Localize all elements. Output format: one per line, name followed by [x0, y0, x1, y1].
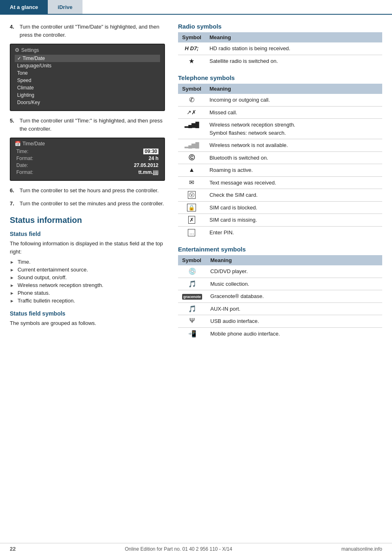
gear-icon: ⚙	[15, 47, 20, 53]
tab-at-a-glance[interactable]: At a glance	[0, 0, 48, 14]
step-7-text: Turn the controller to set the minutes a…	[20, 200, 164, 208]
ent-meaning-mobile: Mobile phone audio interface.	[206, 327, 382, 340]
tel-sym-pin: …	[178, 226, 205, 238]
menu-item-lighting: Lighting	[15, 91, 160, 99]
tel-row-missed: ↗✗ Missed call.	[178, 106, 382, 119]
screen-1-header: ⚙ Settings	[15, 47, 160, 53]
status-information-heading: Status information	[10, 216, 165, 225]
status-symbols-desc: The symbols are grouped as follows.	[10, 319, 165, 327]
footer-text: Online Edition for Part no. 01 40 2 956 …	[125, 546, 232, 552]
bullet-sound: ►Sound output, on/off.	[10, 274, 165, 281]
entertainment-symbols-title: Entertainment symbols	[178, 246, 382, 253]
screen-1-title: Settings	[21, 47, 39, 53]
bullet-arrow-2: ►	[10, 267, 14, 272]
radio-sym-satellite: ★	[178, 55, 205, 67]
ent-sym-cd: 💿	[178, 265, 206, 278]
bullet-entertainment: ►Current entertainment source.	[10, 266, 165, 274]
radio-sym-hd: H D7;	[178, 42, 205, 55]
menu-item-doors: Doors/Key	[15, 99, 160, 106]
radio-table-header: Symbol Meaning	[178, 32, 382, 42]
tel-row-bluetooth: Ⓒ Bluetooth is switched on.	[178, 151, 382, 164]
tel-row-nosignal: ▂▄▆█ Wireless network is not available.	[178, 139, 382, 152]
tel-sym-sms: ✉	[178, 176, 205, 189]
ent-meaning-aux: AUX-IN port.	[206, 302, 382, 315]
td-row-time: Time: 09:30	[15, 148, 160, 155]
tab-idrive[interactable]: iDrive	[48, 0, 82, 14]
entertainment-symbols-table: Symbol Meaning 💿 CD/DVD player. 🎵 Music …	[178, 255, 382, 340]
status-field-desc: The following information is displayed i…	[10, 240, 165, 256]
screen-2-header: 📅 Time/Date	[15, 141, 160, 147]
ent-sym-mobile: 📲	[178, 327, 206, 340]
bullet-traffic: ►Traffic bulletin reception.	[10, 297, 165, 305]
radio-row-satellite: ★ Satellite radio is switched on.	[178, 55, 382, 67]
screen-1-wrapper: ⚙ Settings Time/Date Language/Units Tone…	[10, 44, 165, 111]
step-4: 4. Turn the controller until "Time/Date"…	[10, 23, 165, 39]
ent-meaning-cd: CD/DVD player.	[206, 265, 382, 278]
step-4-text: Turn the controller until "Time/Date" is…	[20, 23, 165, 39]
screen-2: 📅 Time/Date Time: 09:30 Format: 24 h Dat…	[10, 138, 165, 181]
tel-sym-roaming: ▲	[178, 164, 205, 177]
menu-item-climate: Climate	[15, 84, 160, 91]
tel-meaning-call: Incoming or outgoing call.	[205, 94, 382, 106]
main-content: 4. Turn the controller until "Time/Date"…	[0, 15, 392, 355]
tel-meaning-sim-check: Check the SIM card.	[205, 189, 382, 202]
step-7: 7. Turn the controller to set the minute…	[10, 200, 165, 208]
td-label-date: Date:	[16, 162, 45, 168]
ent-meaning-gracenote: Gracenote® database.	[206, 290, 382, 303]
radio-col-symbol: Symbol	[178, 32, 205, 42]
ent-sym-gracenote: gracenote	[178, 290, 206, 303]
radio-col-meaning: Meaning	[205, 32, 382, 42]
tel-sym-sim-missing: ✗	[178, 214, 205, 227]
menu-item-time-date: Time/Date	[15, 55, 160, 62]
bullet-arrow-5: ►	[10, 291, 14, 296]
tel-sym-call: ✆	[178, 94, 205, 106]
step-6-text: Turn the controller to set the hours and…	[20, 187, 159, 195]
status-field-bullets: ►Time. ►Current entertainment source. ►S…	[10, 258, 165, 305]
ent-row-music: 🎵 Music collection.	[178, 278, 382, 290]
td-value-format1: 24 h	[149, 156, 158, 161]
radio-symbols-table: Symbol Meaning H D7; HD radio station is…	[178, 32, 382, 67]
tel-row-sim-check: Ⓥ Check the SIM card.	[178, 189, 382, 202]
tel-meaning-pin: Enter PIN.	[205, 226, 382, 238]
ent-row-cd: 💿 CD/DVD player.	[178, 265, 382, 278]
ent-sym-music: 🎵	[178, 278, 206, 290]
td-label-time: Time:	[16, 149, 45, 154]
step-7-number: 7.	[10, 200, 16, 208]
radio-symbols-title: Radio symbols	[178, 23, 382, 30]
tel-sym-sim-check: Ⓥ	[178, 189, 205, 202]
step-6-number: 6.	[10, 187, 16, 195]
ent-meaning-usb: USB audio interface.	[206, 315, 382, 328]
status-field-symbols-heading: Status field symbols	[10, 310, 165, 317]
tab-idrive-label: iDrive	[58, 4, 72, 10]
td-row-format2: Format: tt.mm.jjjj	[15, 169, 160, 176]
menu-item-speed: Speed	[15, 77, 160, 84]
td-value-date: 27.05.2012	[134, 162, 158, 168]
screen-1: ⚙ Settings Time/Date Language/Units Tone…	[10, 44, 165, 111]
screen-2-title: Time/Date	[22, 141, 45, 147]
telephone-symbols-title: Telephone symbols	[178, 74, 382, 81]
ent-sym-usb: Ψ	[178, 315, 206, 328]
menu-item-language: Language/Units	[15, 62, 160, 69]
tel-row-pin: … Enter PIN.	[178, 226, 382, 238]
tel-row-sim-blocked: 🔒 SIM card is blocked.	[178, 201, 382, 214]
tel-meaning-nosignal: Wireless network is not available.	[205, 139, 382, 152]
screen-2-wrapper: 📅 Time/Date Time: 09:30 Format: 24 h Dat…	[10, 138, 165, 181]
tel-meaning-sim-blocked: SIM card is blocked.	[205, 201, 382, 214]
td-row-date: Date: 27.05.2012	[15, 162, 160, 169]
td-value-time: 09:30	[143, 149, 158, 154]
bullet-phone: ►Phone status.	[10, 289, 165, 297]
td-label-format1: Format:	[16, 156, 45, 161]
step-4-number: 4.	[10, 23, 16, 39]
tab-at-a-glance-label: At a glance	[10, 4, 38, 10]
ent-row-mobile: 📲 Mobile phone audio interface.	[178, 327, 382, 340]
ent-row-gracenote: gracenote Gracenote® database.	[178, 290, 382, 303]
bullet-wireless: ►Wireless network reception strength.	[10, 281, 165, 289]
td-row-format1: Format: 24 h	[15, 155, 160, 162]
tel-sym-nosignal: ▂▄▆█	[178, 139, 205, 152]
tel-row-sim-missing: ✗ SIM card is missing.	[178, 214, 382, 227]
ent-table-header: Symbol Meaning	[178, 255, 382, 265]
tel-col-meaning: Meaning	[205, 84, 382, 94]
telephone-symbols-table: Symbol Meaning ✆ Incoming or outgoing ca…	[178, 84, 382, 238]
bullet-arrow-6: ►	[10, 298, 14, 303]
ent-col-symbol: Symbol	[178, 255, 206, 265]
